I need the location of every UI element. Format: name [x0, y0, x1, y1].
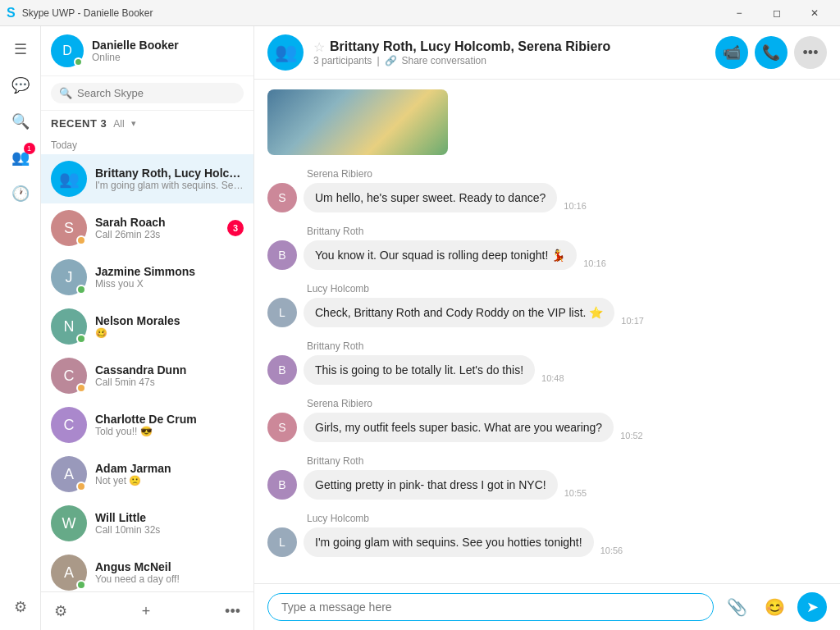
status-dot — [76, 334, 86, 344]
close-button[interactable]: ✕ — [796, 0, 833, 26]
contact-item[interactable]: A Adam Jarman Not yet 🙁 — [41, 450, 253, 499]
contact-info: Charlotte De Crum Told you!! 😎 — [95, 413, 244, 437]
unread-badge: 3 — [227, 220, 244, 236]
contact-name: Will Little — [95, 511, 244, 524]
message-time: 10:48 — [541, 373, 564, 385]
recent-chevron-icon[interactable]: ▾ — [131, 118, 136, 129]
contact-preview: You need a day off! — [95, 573, 244, 585]
contact-avatar-wrap: A — [51, 456, 87, 492]
message-group: Brittany Roth B Getting pretty in pink- … — [267, 455, 827, 500]
message-avatar: S — [267, 413, 297, 442]
contact-preview: Miss you X — [95, 278, 244, 290]
contact-preview: 🥴 — [95, 327, 244, 339]
contact-avatar-circle: W — [51, 505, 87, 541]
contact-info: Sarah Roach Call 26min 23s — [95, 216, 219, 240]
contact-avatar-wrap: W — [51, 505, 87, 541]
message-group: Serena Ribiero S Girls, my outfit feels … — [267, 398, 827, 442]
search-input-wrap: 🔍 — [51, 83, 244, 103]
message-sender-label: Serena Ribiero — [307, 168, 827, 180]
contact-preview: Call 10min 32s — [95, 524, 244, 536]
contact-name: Brittany Roth, Lucy Holcomb, ... — [95, 167, 244, 180]
message-group: Brittany Roth B This is going to be tota… — [267, 340, 827, 385]
message-row: L Check, Brittany Roth and Cody Roddy on… — [267, 298, 827, 327]
message-input[interactable] — [267, 593, 714, 621]
message-row: B You know it. Our squad is rolling deep… — [267, 240, 827, 270]
more-options-chat-button[interactable]: ••• — [794, 36, 827, 69]
recent-icon-button[interactable]: 🕐 — [4, 177, 37, 210]
message-bubble: Girls, my outfit feels super basic. What… — [304, 413, 614, 442]
message-group: Lucy Holcomb L I'm going glam with sequi… — [267, 513, 827, 557]
main-layout: ☰ 💬 🔍 👥 1 🕐 ⚙ D Danielle Booker Onlin — [0, 26, 840, 630]
maximize-button[interactable]: ◻ — [758, 0, 796, 26]
hamburger-menu-button[interactable]: ☰ — [4, 33, 37, 66]
message-bubble: I'm going glam with sequins. See you hot… — [304, 527, 594, 557]
chat-header: 👥 ☆ Brittany Roth, Lucy Holcomb, Serena … — [254, 26, 840, 80]
message-row: S Girls, my outfit feels super basic. Wh… — [267, 413, 827, 442]
message-avatar: L — [267, 527, 297, 557]
message-row: B Getting pretty in pink- that dress I g… — [267, 470, 827, 500]
message-input-area: 📎 😊 ➤ — [254, 583, 840, 630]
contact-info: Brittany Roth, Lucy Holcomb, ... I'm goi… — [95, 167, 244, 191]
message-time: 10:56 — [600, 546, 623, 557]
contact-item[interactable]: C Cassandra Dunn Call 5min 47s — [41, 351, 253, 400]
emoji-button[interactable]: 😊 — [760, 592, 789, 622]
chat-header-actions: 📹 📞 ••• — [715, 36, 827, 69]
contact-avatar-circle: C — [51, 407, 87, 443]
settings-bottom-button[interactable]: ⚙ — [51, 599, 71, 623]
message-bubble-wrap: Getting pretty in pink- that dress I got… — [304, 470, 827, 500]
contact-item[interactable]: J Jazmine Simmons Miss you X — [41, 253, 253, 302]
recent-header: RECENT 3 All ▾ — [41, 111, 253, 136]
left-bottom-bar: ⚙ + ••• — [41, 591, 253, 630]
chat-header-name-row: ☆ Brittany Roth, Lucy Holcomb, Serena Ri… — [313, 39, 705, 55]
window-title: Skype UWP - Danielle Booker — [22, 7, 153, 19]
voice-call-button[interactable]: 📞 — [755, 36, 788, 69]
recent-filter-all[interactable]: All — [113, 118, 124, 130]
search-input[interactable] — [77, 87, 235, 99]
message-bubble-wrap: Girls, my outfit feels super basic. What… — [304, 413, 827, 442]
recent-label: RECENT 3 — [51, 117, 107, 130]
message-bubble-wrap: This is going to be totally lit. Let's d… — [304, 355, 827, 385]
status-dot — [76, 235, 86, 245]
message-avatar: B — [267, 240, 297, 270]
contact-name: Angus McNeil — [95, 560, 244, 573]
title-bar: S Skype UWP - Danielle Booker − ◻ ✕ — [0, 0, 840, 26]
profile-avatar: D — [51, 34, 84, 67]
message-group: Brittany Roth B You know it. Our squad i… — [267, 226, 827, 270]
message-bubble: Getting pretty in pink- that dress I got… — [304, 470, 558, 500]
contact-item[interactable]: A Angus McNeil You need a day off! — [41, 548, 253, 591]
contact-item[interactable]: S Sarah Roach Call 26min 23s 3 — [41, 203, 253, 253]
message-group: Serena Ribiero S Um hello, he's super sw… — [267, 168, 827, 212]
video-call-button[interactable]: 📹 — [715, 36, 748, 69]
chat-header-subtitle: 3 participants | 🔗 Share conversation — [313, 55, 705, 66]
contact-item[interactable]: W Will Little Call 10min 32s — [41, 499, 253, 548]
message-row: B This is going to be totally lit. Let's… — [267, 355, 827, 385]
favorite-star-icon[interactable]: ☆ — [313, 39, 325, 55]
status-dot — [76, 383, 86, 393]
shared-image — [267, 89, 827, 155]
chat-icon-button[interactable]: 💬 — [4, 69, 37, 102]
contact-avatar-wrap: A — [51, 555, 87, 591]
share-conversation-label[interactable]: Share conversation — [402, 55, 486, 66]
settings-icon-button[interactable]: ⚙ — [4, 591, 37, 623]
contact-info: Will Little Call 10min 32s — [95, 511, 244, 536]
message-bubble-wrap: Um hello, he's super sweet. Ready to dan… — [304, 183, 827, 212]
attachment-button[interactable]: 📎 — [722, 592, 751, 622]
send-button[interactable]: ➤ — [797, 592, 827, 622]
contact-item[interactable]: N Nelson Morales 🥴 — [41, 302, 253, 351]
contact-preview: I'm going glam with sequins. See you ... — [95, 180, 244, 191]
contact-info: Jazmine Simmons Miss you X — [95, 265, 244, 290]
message-bubble-wrap: I'm going glam with sequins. See you hot… — [304, 527, 827, 557]
search-icon-button[interactable]: 🔍 — [4, 105, 37, 138]
add-contact-button[interactable]: + — [139, 600, 154, 623]
message-time: 10:55 — [564, 488, 587, 500]
contact-item[interactable]: C Charlotte De Crum Told you!! 😎 — [41, 400, 253, 450]
contact-item[interactable]: 👥 Brittany Roth, Lucy Holcomb, ... I'm g… — [41, 154, 253, 203]
message-time: 10:16 — [564, 201, 587, 212]
more-options-button[interactable]: ••• — [221, 600, 244, 623]
messages-area: Serena Ribiero S Um hello, he's super sw… — [254, 80, 840, 583]
profile-area: D Danielle Booker Online — [41, 26, 253, 76]
minimize-button[interactable]: − — [720, 0, 758, 26]
message-bubble: Check, Brittany Roth and Cody Roddy on t… — [304, 298, 614, 327]
status-dot — [76, 482, 86, 491]
message-sender-label: Brittany Roth — [307, 340, 827, 352]
